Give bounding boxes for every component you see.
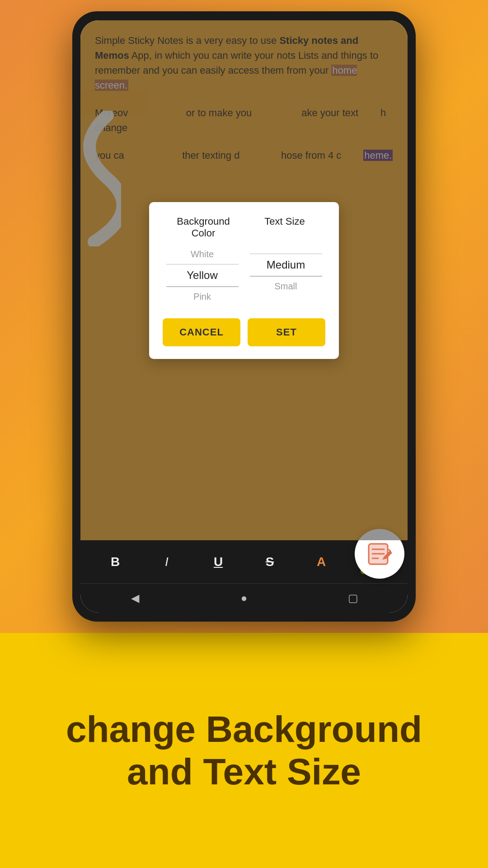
dialog: Background Color Text Size White Yellow bbox=[149, 202, 339, 359]
dialog-buttons: CANCEL SET bbox=[163, 318, 325, 346]
size-small[interactable]: Small bbox=[250, 277, 322, 296]
set-button[interactable]: SET bbox=[248, 318, 325, 346]
home-nav-button[interactable]: ● bbox=[230, 589, 258, 607]
phone-screen: Simple Sticky Notes is a very easy to us… bbox=[80, 20, 408, 613]
dialog-header: Background Color Text Size bbox=[163, 216, 325, 239]
caption-text: change Background and Text Size bbox=[66, 708, 422, 793]
dialog-col2-header: Text Size bbox=[249, 216, 321, 239]
bold-button[interactable]: B bbox=[103, 549, 128, 574]
caption-line1: change Background bbox=[66, 708, 422, 750]
text-color-button[interactable]: A bbox=[309, 549, 334, 574]
nav-bar: ◀ ● ▢ bbox=[80, 583, 408, 613]
text-size-column: Medium Small bbox=[250, 245, 322, 307]
size-large[interactable] bbox=[250, 245, 322, 254]
phone-area: Simple Sticky Notes is a very easy to us… bbox=[0, 0, 488, 633]
dialog-overlay: Background Color Text Size White Yellow bbox=[80, 20, 408, 540]
back-nav-button[interactable]: ◀ bbox=[122, 589, 149, 607]
caption-area: change Background and Text Size bbox=[0, 633, 488, 868]
color-yellow[interactable]: Yellow bbox=[166, 264, 239, 286]
phone-device: Simple Sticky Notes is a very easy to us… bbox=[72, 11, 416, 622]
italic-button[interactable]: I bbox=[155, 549, 179, 574]
size-medium[interactable]: Medium bbox=[250, 254, 322, 276]
caption-line2: and Text Size bbox=[127, 751, 361, 792]
cancel-button[interactable]: CANCEL bbox=[163, 318, 240, 346]
dialog-col1-header: Background Color bbox=[167, 216, 239, 239]
recent-nav-button[interactable]: ▢ bbox=[339, 589, 366, 607]
edit-icon bbox=[365, 539, 394, 569]
dialog-columns: White Yellow Pink Medium bbox=[163, 245, 325, 307]
strikethrough-button[interactable]: S bbox=[258, 549, 282, 574]
color-white[interactable]: White bbox=[166, 245, 239, 264]
app-content: Simple Sticky Notes is a very easy to us… bbox=[80, 20, 408, 540]
underline-button[interactable]: U bbox=[206, 549, 231, 574]
background-color-column: White Yellow Pink bbox=[166, 245, 239, 307]
color-pink[interactable]: Pink bbox=[166, 287, 239, 307]
